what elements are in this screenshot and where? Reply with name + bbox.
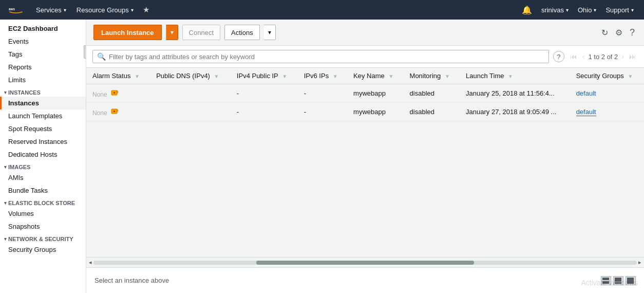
content-area: Launch Instance ▾ Connect Actions ▾ ↻ ⚙ … xyxy=(86,20,644,293)
scroll-track[interactable] xyxy=(93,261,637,265)
sidebar-item-instances[interactable]: Instances xyxy=(0,97,86,109)
pagination-info: ⏮ ‹ 1 to 2 of 2 › ⏭ xyxy=(569,52,638,61)
col-public-dns[interactable]: Public DNS (IPv4) ▼ xyxy=(150,68,231,84)
sidebar-item-reserved-instances[interactable]: Reserved Instances xyxy=(0,135,86,148)
sidebar-section-ebs: ▾ ELASTIC BLOCK STORE xyxy=(0,197,86,207)
cell-alarm-status-1: None xyxy=(86,84,150,103)
refresh-button[interactable]: ↻ xyxy=(599,27,610,39)
cell-launch-time-2: January 27, 2018 at 9:05:49 ... xyxy=(460,103,570,121)
table-header-row: Alarm Status ▼ Public DNS (IPv4) ▼ IPv4 … xyxy=(86,68,644,84)
actions-dropdown-button[interactable]: ▾ xyxy=(264,25,276,40)
prev-page-button[interactable]: ‹ xyxy=(581,52,586,61)
scroll-thumb[interactable] xyxy=(256,261,473,265)
sidebar-item-snapshots[interactable]: Snapshots xyxy=(0,220,86,233)
launch-instance-button[interactable]: Launch Instance xyxy=(93,25,162,40)
sidebar-item-bundle-tasks[interactable]: Bundle Tasks xyxy=(0,184,86,197)
sidebar: ‹ EC2 Dashboard Events Tags Reports Limi… xyxy=(0,20,86,293)
sidebar-item-security-groups[interactable]: Security Groups xyxy=(0,243,86,256)
svg-text:aws: aws xyxy=(9,7,15,10)
search-input[interactable] xyxy=(109,53,544,61)
last-page-button[interactable]: ⏭ xyxy=(628,52,638,61)
settings-button[interactable]: ⚙ xyxy=(613,27,624,39)
search-bar: 🔍 ? ⏮ ‹ 1 to 2 of 2 › ⏭ xyxy=(86,46,644,68)
region-chevron-icon: ▾ xyxy=(594,7,596,13)
col-monitoring[interactable]: Monitoring ▼ xyxy=(404,68,460,84)
help-button[interactable]: ? xyxy=(628,26,637,39)
sidebar-item-reports[interactable]: Reports xyxy=(0,61,86,74)
resource-groups-label: Resource Groups xyxy=(77,6,129,14)
col-security-groups[interactable]: Security Groups ▼ xyxy=(570,68,644,84)
bottom-panel: Select an instance above xyxy=(86,267,644,293)
panel-view-icon-2[interactable] xyxy=(613,276,623,285)
sidebar-item-amis[interactable]: AMIs xyxy=(0,171,86,184)
resource-groups-chevron-icon: ▾ xyxy=(131,7,134,13)
cell-ipv6-2: - xyxy=(298,103,347,121)
ebs-section-toggle[interactable]: ▾ xyxy=(4,200,7,206)
sidebar-item-spot-requests[interactable]: Spot Requests xyxy=(0,122,86,135)
col-alarm-status[interactable]: Alarm Status ▼ xyxy=(86,68,150,84)
col-ipv4[interactable]: IPv4 Public IP ▼ xyxy=(231,68,298,84)
next-page-button[interactable]: › xyxy=(620,52,626,61)
cell-security-groups-2[interactable]: default xyxy=(570,103,644,121)
cell-security-groups-1[interactable]: default xyxy=(570,84,644,103)
scroll-left-arrow[interactable]: ◂ xyxy=(87,259,93,266)
instances-section-toggle[interactable]: ▾ xyxy=(4,90,7,95)
instances-table: Alarm Status ▼ Public DNS (IPv4) ▼ IPv4 … xyxy=(86,68,644,121)
alarm-status-sort-icon: ▼ xyxy=(135,74,140,79)
table-row[interactable]: None xyxy=(86,103,644,121)
search-help-icon[interactable]: ? xyxy=(553,51,564,62)
launch-instance-dropdown-button[interactable]: ▾ xyxy=(166,25,178,40)
favorites-icon[interactable]: ★ xyxy=(140,3,153,16)
region-menu[interactable]: Ohio ▾ xyxy=(574,4,600,16)
aws-logo[interactable]: aws xyxy=(6,2,30,18)
sidebar-item-events[interactable]: Events xyxy=(0,35,86,48)
col-launch-time[interactable]: Launch Time ▼ xyxy=(460,68,570,84)
sidebar-item-tags[interactable]: Tags xyxy=(0,48,86,61)
panel-view-icon-3[interactable] xyxy=(626,276,636,285)
panel-view-icon-1[interactable] xyxy=(601,276,611,285)
key-name-sort-icon: ▼ xyxy=(388,74,393,79)
svg-point-4 xyxy=(114,92,115,93)
select-instance-text: Select an instance above xyxy=(94,277,169,284)
services-nav[interactable]: Services ▾ xyxy=(32,4,70,16)
ipv6-sort-icon: ▼ xyxy=(333,74,338,79)
support-menu[interactable]: Support ▾ xyxy=(601,4,638,16)
col-key-name[interactable]: Key Name ▼ xyxy=(347,68,403,84)
notifications-icon[interactable]: 🔔 xyxy=(518,3,536,17)
action-bar: Launch Instance ▾ Connect Actions ▾ ↻ ⚙ … xyxy=(86,20,644,46)
cell-monitoring-1: disabled xyxy=(404,84,460,103)
security-group-link-2[interactable]: default xyxy=(576,108,596,116)
user-menu[interactable]: srinivas ▾ xyxy=(537,4,573,16)
sidebar-item-limits[interactable]: Limits xyxy=(0,74,86,86)
top-navigation: aws Services ▾ Resource Groups ▾ ★ 🔔 sri… xyxy=(0,0,644,20)
sidebar-collapse-button[interactable]: ‹ xyxy=(84,45,86,59)
col-ipv6[interactable]: IPv6 IPs ▼ xyxy=(298,68,347,84)
svg-marker-6 xyxy=(117,109,118,112)
table-row[interactable]: None xyxy=(86,84,644,103)
first-page-button[interactable]: ⏮ xyxy=(569,52,579,61)
images-section-toggle[interactable]: ▾ xyxy=(4,164,7,170)
connect-button[interactable]: Connect xyxy=(182,25,220,40)
sidebar-item-ec2-dashboard[interactable]: EC2 Dashboard xyxy=(0,20,86,35)
sidebar-item-volumes[interactable]: Volumes xyxy=(0,207,86,220)
scroll-right-arrow[interactable]: ▸ xyxy=(637,259,643,266)
support-label: Support xyxy=(605,6,629,14)
cell-key-name-1: mywebapp xyxy=(347,84,403,103)
resource-groups-nav[interactable]: Resource Groups ▾ xyxy=(72,4,138,16)
security-group-link-1[interactable]: default xyxy=(576,89,596,97)
svg-point-7 xyxy=(114,111,115,112)
network-section-toggle[interactable]: ▾ xyxy=(4,236,7,242)
search-icon: 🔍 xyxy=(97,52,106,61)
sidebar-item-launch-templates[interactable]: Launch Templates xyxy=(0,109,86,122)
sidebar-item-dedicated-hosts[interactable]: Dedicated Hosts xyxy=(0,148,86,161)
actions-button[interactable]: Actions xyxy=(224,25,260,40)
svg-rect-12 xyxy=(627,278,634,284)
pagination-text: 1 to 2 of 2 xyxy=(589,53,618,61)
horizontal-scrollbar[interactable]: ◂ ▸ xyxy=(86,257,644,267)
action-bar-right: ↻ ⚙ ? xyxy=(599,26,637,39)
table-scroll[interactable]: Alarm Status ▼ Public DNS (IPv4) ▼ IPv4 … xyxy=(86,68,644,257)
svg-rect-10 xyxy=(615,278,621,282)
alarm-icon-2 xyxy=(111,109,119,117)
search-input-wrap[interactable]: 🔍 xyxy=(92,50,549,63)
panel-view-icons xyxy=(601,276,636,285)
